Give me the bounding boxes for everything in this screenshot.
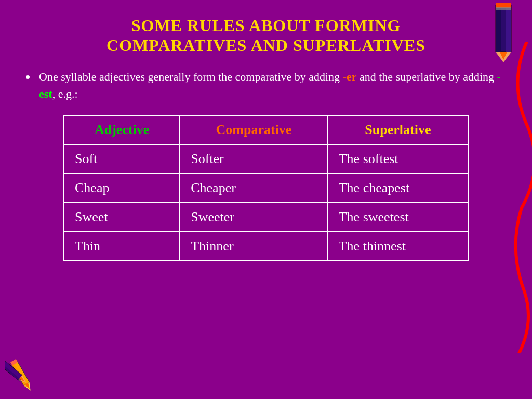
svg-rect-1 bbox=[496, 5, 501, 52]
table-row: ThinThinnerThe thinnest bbox=[64, 232, 468, 261]
bullet-text-after: , e.g.: bbox=[52, 87, 78, 100]
suffix-er: -er bbox=[343, 70, 357, 83]
table-cell-1-1: Cheaper bbox=[180, 174, 328, 203]
page-title: SOME RULES ABOUT FORMING COMPARATIVES AN… bbox=[21, 16, 511, 56]
table-cell-3-0: Thin bbox=[64, 232, 180, 261]
table-row: SweetSweeterThe sweetest bbox=[64, 203, 468, 232]
svg-rect-6 bbox=[496, 7, 511, 10]
col-header-superlative: Superlative bbox=[328, 115, 468, 144]
table-cell-3-1: Thinner bbox=[180, 232, 328, 261]
bullet-text-middle: and the superlative by adding bbox=[356, 70, 497, 83]
examples-table-wrapper: Adjective Comparative Superlative SoftSo… bbox=[63, 115, 469, 261]
col-header-comparative: Comparative bbox=[180, 115, 328, 144]
adjective-table: Adjective Comparative Superlative SoftSo… bbox=[63, 115, 469, 261]
main-container: SOME RULES ABOUT FORMING COMPARATIVES AN… bbox=[0, 0, 532, 399]
table-cell-3-2: The thinnest bbox=[328, 232, 468, 261]
table-cell-0-0: Soft bbox=[64, 144, 180, 174]
table-header-row: Adjective Comparative Superlative bbox=[64, 115, 468, 144]
table-cell-1-2: The cheapest bbox=[328, 174, 468, 203]
table-cell-0-2: The softest bbox=[328, 144, 468, 174]
table-row: SoftSofterThe softest bbox=[64, 144, 468, 174]
table-cell-1-0: Cheap bbox=[64, 174, 180, 203]
col-header-adjective: Adjective bbox=[64, 115, 180, 144]
table-cell-0-1: Softer bbox=[180, 144, 328, 174]
svg-rect-5 bbox=[496, 3, 511, 8]
bullet-text-before: One syllable adjectives generally form t… bbox=[39, 70, 343, 83]
squiggle-right-decoration bbox=[506, 42, 532, 399]
bullet-section: One syllable adjectives generally form t… bbox=[21, 68, 511, 102]
table-cell-2-1: Sweeter bbox=[180, 203, 328, 232]
table-cell-2-0: Sweet bbox=[64, 203, 180, 232]
table-cell-2-2: The sweetest bbox=[328, 203, 468, 232]
pencil-bottom-left-decoration bbox=[5, 347, 52, 394]
table-row: CheapCheaperThe cheapest bbox=[64, 174, 468, 203]
